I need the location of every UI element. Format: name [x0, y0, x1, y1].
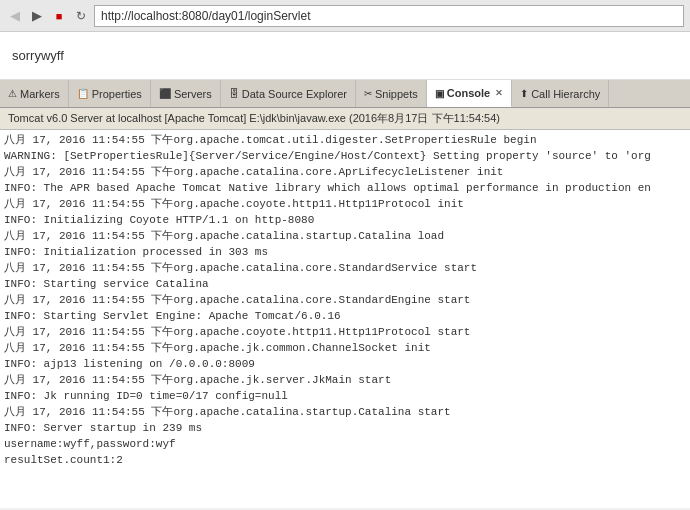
console-line: INFO: ajp13 listening on /0.0.0.0:8009 [4, 356, 686, 372]
back-button[interactable]: ◀ [6, 7, 24, 25]
console-line: 八月 17, 2016 11:54:55 下午org.apache.catali… [4, 404, 686, 420]
forward-button[interactable]: ▶ [28, 7, 46, 25]
console-line: 八月 17, 2016 11:54:55 下午org.apache.tomcat… [4, 132, 686, 148]
tab-snippets-label: Snippets [375, 88, 418, 100]
console-line: username:wyff,password:wyf [4, 436, 686, 452]
tab-servers[interactable]: ⬛ Servers [151, 80, 221, 107]
properties-icon: 📋 [77, 88, 89, 99]
console-output[interactable]: 八月 17, 2016 11:54:55 下午org.apache.tomcat… [0, 130, 690, 508]
console-line: INFO: Initializing Coyote HTTP/1.1 on ht… [4, 212, 686, 228]
console-line: 八月 17, 2016 11:54:55 下午org.apache.catali… [4, 260, 686, 276]
tab-console[interactable]: ▣ Console ✕ [427, 80, 512, 107]
console-line: INFO: Server startup in 239 ms [4, 420, 686, 436]
console-line: INFO: Jk running ID=0 time=0/17 config=n… [4, 388, 686, 404]
browser-toolbar: ◀ ▶ ■ ↻ [0, 0, 690, 32]
console-line: INFO: Starting Servlet Engine: Apache To… [4, 308, 686, 324]
tab-callhierarchy[interactable]: ⬆ Call Hierarchy [512, 80, 609, 107]
tab-console-label: Console [447, 87, 490, 99]
console-line: 八月 17, 2016 11:54:55 下午org.apache.coyote… [4, 196, 686, 212]
console-line: WARNING: [SetPropertiesRule]{Server/Serv… [4, 148, 686, 164]
servers-icon: ⬛ [159, 88, 171, 99]
web-page-text: sorrywyff [12, 48, 64, 63]
console-line: INFO: The APR based Apache Tomcat Native… [4, 180, 686, 196]
markers-icon: ⚠ [8, 88, 17, 99]
tab-markers[interactable]: ⚠ Markers [0, 80, 69, 107]
address-bar[interactable] [94, 5, 684, 27]
console-line: 八月 17, 2016 11:54:55 下午org.apache.jk.com… [4, 340, 686, 356]
datasource-icon: 🗄 [229, 88, 239, 99]
console-close-icon[interactable]: ✕ [495, 88, 503, 98]
tab-servers-label: Servers [174, 88, 212, 100]
callhierarchy-icon: ⬆ [520, 88, 528, 99]
snippets-icon: ✂ [364, 88, 372, 99]
tab-snippets[interactable]: ✂ Snippets [356, 80, 427, 107]
console-line: 八月 17, 2016 11:54:55 下午org.apache.catali… [4, 292, 686, 308]
console-header: Tomcat v6.0 Server at localhost [Apache … [0, 108, 690, 130]
tab-properties-label: Properties [92, 88, 142, 100]
console-line: 八月 17, 2016 11:54:55 下午org.apache.catali… [4, 228, 686, 244]
console-header-text: Tomcat v6.0 Server at localhost [Apache … [8, 112, 500, 124]
console-line: 八月 17, 2016 11:54:55 下午org.apache.jk.ser… [4, 372, 686, 388]
tab-datasource-label: Data Source Explorer [242, 88, 347, 100]
console-icon: ▣ [435, 88, 444, 99]
ide-tab-bar: ⚠ Markers 📋 Properties ⬛ Servers 🗄 Data … [0, 80, 690, 108]
tab-datasource[interactable]: 🗄 Data Source Explorer [221, 80, 356, 107]
console-line: INFO: Starting service Catalina [4, 276, 686, 292]
refresh-button[interactable]: ↻ [72, 7, 90, 25]
web-content-area: sorrywyff [0, 32, 690, 80]
tab-properties[interactable]: 📋 Properties [69, 80, 151, 107]
console-line: INFO: Initialization processed in 303 ms [4, 244, 686, 260]
console-line: resultSet.count1:2 [4, 452, 686, 468]
tab-markers-label: Markers [20, 88, 60, 100]
console-line: 八月 17, 2016 11:54:55 下午org.apache.catali… [4, 164, 686, 180]
tab-callhierarchy-label: Call Hierarchy [531, 88, 600, 100]
stop-button[interactable]: ■ [50, 7, 68, 25]
console-line: 八月 17, 2016 11:54:55 下午org.apache.coyote… [4, 324, 686, 340]
